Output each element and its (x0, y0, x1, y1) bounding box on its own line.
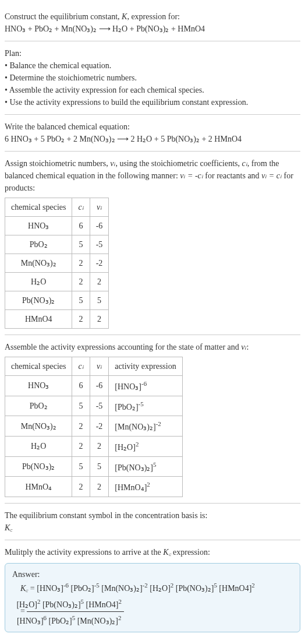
cell-species: Mn(NO₃)₂ (5, 254, 72, 273)
balanced-equation: 6 HNO₃ + 5 PbO₂ + 2 Mn(NO₃)₂ ⟶ 2 H₂O + 5… (5, 133, 300, 145)
cell-species: HNO₃ (5, 376, 72, 396)
cell-activity: [PbO₂]-5 (109, 396, 182, 416)
multiply-line-a: Mulitply the activity expressions to arr… (5, 548, 163, 557)
th-ci: cᵢ (72, 357, 90, 376)
cell-nu: 2 (90, 273, 109, 291)
symbol-section: The equilibrium constant symbol in the c… (5, 504, 300, 540)
plan-bullet-3: • Assemble the activity expression for e… (5, 84, 300, 96)
cell-ci: 5 (72, 291, 90, 310)
cell-nu: 2 (90, 477, 109, 497)
table-row: HNO₃6-6[HNO₃]-6 (5, 376, 183, 396)
fraction-numerator: [H₂O]2 [Pb(NO₃)₂]5 [HMnO4]2 (27, 597, 124, 613)
cell-nu: -6 (90, 376, 109, 396)
th-species: chemical species (5, 198, 72, 217)
cell-species: Mn(NO₃)₂ (5, 416, 72, 437)
assemble-table: chemical species cᵢ νᵢ activity expressi… (5, 357, 183, 497)
table-row: PbO₂5-5[PbO₂]-5 (5, 396, 183, 416)
cell-ci: 5 (72, 396, 90, 416)
cell-ci: 6 (72, 217, 90, 235)
plan-section: Plan: • Balance the chemical equation. •… (5, 41, 300, 115)
answer-label: Answer: (12, 568, 293, 580)
assign-text-a: Assign stoichiometric numbers, (5, 159, 110, 168)
assemble-heading-a: Assemble the activity expressions accoun… (5, 343, 241, 351)
intro-line1b: , expression for: (127, 12, 180, 21)
cell-species: Pb(NO₃)₂ (5, 456, 72, 477)
cell-nu: -5 (90, 396, 109, 416)
table-row: H₂O22 (5, 273, 109, 291)
multiply-kc: K꜀ (163, 548, 171, 557)
cell-species: H₂O (5, 273, 72, 291)
cell-nu: 5 (90, 456, 109, 477)
multiply-section: Mulitply the activity expressions to arr… (5, 540, 300, 561)
table-row: Mn(NO₃)₂2-2 (5, 254, 109, 273)
assign-rel1: νᵢ = -cᵢ (180, 171, 203, 180)
cell-nu: -5 (90, 235, 109, 254)
intro-K: K (122, 12, 127, 21)
balanced-section: Write the balanced chemical equation: 6 … (5, 115, 300, 152)
symbol-kc: K꜀ (5, 522, 300, 534)
intro-section: Construct the equilibrium constant, K, e… (5, 5, 300, 41)
table-row: HMnO₄22[HMnO₄]2 (5, 477, 183, 497)
cell-ci: 2 (72, 310, 90, 329)
cell-activity: [HMnO₄]2 (109, 477, 182, 497)
cell-species: H₂O (5, 436, 72, 456)
cell-ci: 6 (72, 376, 90, 396)
cell-ci: 2 (72, 477, 90, 497)
cell-nu: 5 (90, 291, 109, 310)
answer-box: Answer: K꜀ = [HNO₃]-6 [PbO₂]-5 [Mn(NO₃)₂… (5, 563, 300, 632)
plan-bullet-2: • Determine the stoichiometric numbers. (5, 72, 300, 84)
plan-bullet-4: • Use the activity expressions to build … (5, 96, 300, 108)
table-header-row: chemical species cᵢ νᵢ (5, 198, 109, 217)
cell-activity: [H₂O]2 (109, 436, 182, 456)
cell-species: Pb(NO₃)₂ (5, 291, 72, 310)
th-activity: activity expression (109, 357, 182, 376)
assign-rel2: νᵢ = cᵢ (261, 171, 282, 180)
cell-ci: 2 (72, 273, 90, 291)
assign-table: chemical species cᵢ νᵢ HNO₃6-6PbO₂5-5Mn(… (5, 198, 109, 329)
intro-equation: HNO₃ + PbO₂ + Mn(NO₃)₂ ⟶ H₂O + Pb(NO₃)₂ … (5, 23, 300, 35)
cell-species: PbO₂ (5, 396, 72, 416)
cell-species: PbO₂ (5, 235, 72, 254)
assemble-heading-b: : (247, 343, 249, 351)
symbol-line: The equilibrium constant symbol in the c… (5, 509, 300, 522)
table-row: H₂O22[H₂O]2 (5, 436, 183, 456)
assign-ci: cᵢ (242, 159, 247, 168)
cell-ci: 5 (72, 456, 90, 477)
assign-text-d: for reactants and (203, 171, 261, 180)
cell-ci: 2 (72, 416, 90, 437)
cell-nu: -2 (90, 416, 109, 437)
table-row: Mn(NO₃)₂2-2[Mn(NO₃)₂]-2 (5, 416, 183, 437)
plan-heading: Plan: (5, 47, 300, 59)
assemble-nu: νᵢ (241, 343, 246, 351)
fraction: [H₂O]2 [Pb(NO₃)₂]5 [HMnO4]2 [HNO₃]6 [PbO… (27, 597, 124, 627)
table-row: HMnO422 (5, 310, 109, 329)
cell-nu: -2 (90, 254, 109, 273)
balanced-heading: Write the balanced chemical equation: (5, 121, 300, 133)
cell-species: HNO₃ (5, 217, 72, 235)
cell-ci: 2 (72, 254, 90, 273)
answer-kc: K꜀ (20, 584, 28, 593)
cell-nu: -6 (90, 217, 109, 235)
table-row: PbO₂5-5 (5, 235, 109, 254)
table-row: Pb(NO₃)₂55[Pb(NO₃)₂]5 (5, 456, 183, 477)
table-row: Pb(NO₃)₂55 (5, 291, 109, 310)
fraction-denominator: [HNO₃]6 [PbO₂]5 [Mn(NO₃)₂]2 (27, 612, 124, 627)
cell-species: HMnO4 (5, 310, 72, 329)
th-ci: cᵢ (72, 198, 90, 217)
equals-sign: = (30, 584, 37, 593)
assign-section: Assign stoichiometric numbers, νᵢ, using… (5, 152, 300, 335)
table-row: HNO₃6-6 (5, 217, 109, 235)
plan-bullet-1: • Balance the chemical equation. (5, 59, 300, 72)
intro-line1: Construct the equilibrium constant, (5, 12, 122, 21)
th-species: chemical species (5, 357, 72, 376)
cell-activity: [Pb(NO₃)₂]5 (109, 456, 182, 477)
cell-nu: 2 (90, 310, 109, 329)
assemble-section: Assemble the activity expressions accoun… (5, 335, 300, 504)
multiply-line-b: expression: (171, 548, 210, 557)
cell-species: HMnO₄ (5, 477, 72, 497)
cell-ci: 5 (72, 235, 90, 254)
assign-text-b: , using the stoichiometric coefficients, (115, 159, 242, 168)
assemble-heading: Assemble the activity expressions accoun… (5, 341, 300, 353)
cell-ci: 2 (72, 436, 90, 456)
answer-eq-frac: = [H₂O]2 [Pb(NO₃)₂]5 [HMnO4]2 [HNO₃]6 [P… (33, 597, 293, 627)
